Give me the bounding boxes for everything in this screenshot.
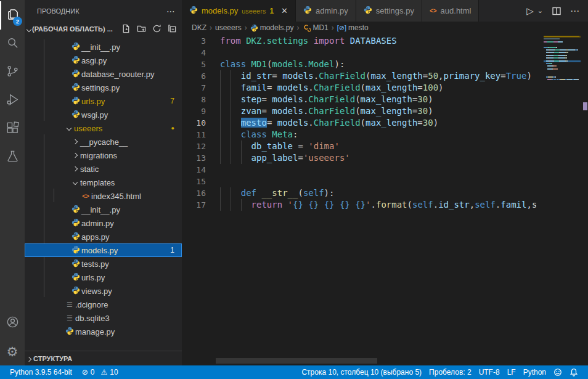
explorer-activity-button[interactable]: 2 xyxy=(0,1,25,30)
breadcrumb-separator-icon: › xyxy=(210,23,212,32)
code-line-7: 7 famil= models.CharField(max_length=100… xyxy=(182,82,536,94)
indent-guide xyxy=(220,141,221,152)
minimap-line xyxy=(544,36,581,38)
tab-label: settings.py xyxy=(376,6,414,15)
line-number: 6 xyxy=(182,70,206,82)
new-folder-icon[interactable] xyxy=(137,24,146,35)
tab-label: admin.py xyxy=(316,6,348,15)
tree-folder--pycache-[interactable]: __pycache__ xyxy=(25,135,182,149)
python-file-icon xyxy=(71,286,80,296)
minimap-line xyxy=(544,49,581,51)
code-line-8: 8 step= models.CharField(max_length=30) xyxy=(182,94,536,105)
tree-item-settings-py[interactable]: settings.py xyxy=(25,81,182,94)
chevron-down-icon xyxy=(64,126,74,130)
settings-button[interactable]: ⚙ xyxy=(0,337,25,365)
tree-item-badge: ● xyxy=(171,125,182,131)
breadcrumb-item-md1[interactable]: MD1 xyxy=(302,23,328,32)
minimap[interactable] xyxy=(542,34,582,365)
line-content: famil= models.CharField(max_length=100) xyxy=(220,82,444,94)
minimap-line xyxy=(544,65,581,67)
tab-label: aud.html xyxy=(441,6,472,15)
outline-section-header[interactable]: СТРУКТУРА xyxy=(25,351,182,365)
extensions-activity-button[interactable] xyxy=(0,115,25,143)
encoding-status-item[interactable]: UTF-8 xyxy=(475,368,504,377)
tree-item-database-roouter-py[interactable]: database_roouter.py xyxy=(25,67,182,81)
run-button[interactable]: ▷ xyxy=(526,6,534,17)
tree-item-asgi-py[interactable]: asgi.py xyxy=(25,54,182,67)
tree-item-label: templates xyxy=(80,178,115,187)
breadcrumb-item-mesto[interactable]: [⊘]mesto xyxy=(337,23,369,32)
chevron-down-icon xyxy=(70,181,80,184)
notifications-bell-status-item[interactable] xyxy=(566,368,582,377)
workspace-section-header[interactable]: (РАБОЧАЯ ОБЛАСТЬ) ... xyxy=(25,22,182,36)
tree-folder-templates[interactable]: templates xyxy=(25,176,182,189)
python-file-icon xyxy=(303,6,312,16)
indentation-status-item[interactable]: Пробелов: 2 xyxy=(425,368,475,377)
new-file-icon[interactable] xyxy=(121,24,131,35)
error-count: 0 xyxy=(91,368,95,377)
tab-admin-py[interactable]: admin.py xyxy=(296,0,356,22)
account-button[interactable] xyxy=(0,309,25,337)
source-control-activity-button[interactable] xyxy=(0,58,25,86)
indent-guide xyxy=(220,105,221,117)
language-mode-status-item[interactable]: Python xyxy=(520,368,550,377)
code-line-6: 6 id_str= models.CharField(max_length=50… xyxy=(182,70,536,82)
close-icon[interactable]: ✕ xyxy=(281,6,288,15)
indent-guide xyxy=(231,70,231,82)
run-debug-activity-button[interactable] xyxy=(0,86,25,115)
problems-status-item[interactable]: ⊘0⚠10 xyxy=(78,365,122,379)
refresh-icon[interactable] xyxy=(152,24,161,35)
tree-item-admin-py[interactable]: admin.py xyxy=(25,216,182,230)
tree-item-views-py[interactable]: views.py xyxy=(25,284,182,298)
generic-file-icon: ☰ xyxy=(67,314,73,322)
split-editor-button[interactable] xyxy=(552,6,561,16)
code-line-14: 14 xyxy=(182,164,536,176)
feedback-status-item[interactable] xyxy=(550,368,566,377)
tree-item-indexelement[interactable]: indexelement xyxy=(25,36,182,40)
more-actions-button[interactable]: ⋯ xyxy=(570,6,579,17)
vscode-window: 2⚙ ПРОВОДНИК ⋯ (РАБОЧАЯ ОБЛАСТЬ) ... ind… xyxy=(0,0,588,379)
tree-item-urls-py[interactable]: urls.py7 xyxy=(25,94,182,108)
tab-aud-html[interactable]: <>aud.html xyxy=(422,0,480,22)
tab-settings-py[interactable]: settings.py xyxy=(356,0,422,22)
tree-item--dcignore[interactable]: ☰.dcignore xyxy=(25,298,182,311)
breadcrumb-item-dkz[interactable]: DKZ xyxy=(192,23,206,32)
breadcrumb-item-useeers[interactable]: useeers xyxy=(215,23,242,32)
horizontal-scrollbar-thumb[interactable] xyxy=(216,358,377,364)
cursor-position-status-item[interactable]: Строка 10, столбец 10 (выбрано 5) xyxy=(298,368,425,377)
tree-item-db-sqlite3[interactable]: ☰db.sqlite3 xyxy=(25,311,182,325)
python-interpreter-status-item[interactable]: Python 3.9.5 64-bit xyxy=(6,365,76,379)
tree-item-manage-py[interactable]: manage.py xyxy=(25,325,182,338)
tree-folder-migrations[interactable]: migrations xyxy=(25,149,182,162)
editor-pane[interactable]: 3from DKZ.settings import DATABASES45cla… xyxy=(182,34,588,365)
tree-item-label: apps.py xyxy=(81,232,110,242)
indent-guide xyxy=(220,129,221,141)
tab-models-py[interactable]: models.pyuseeers1✕ xyxy=(182,0,296,22)
breadcrumb-label: mesto xyxy=(348,23,369,32)
code-line-13: 13 app_label='useeers' xyxy=(182,152,536,164)
search-activity-button[interactable] xyxy=(0,30,25,58)
collapse-all-icon[interactable] xyxy=(168,24,177,35)
tree-item-label: __init__.py xyxy=(81,205,120,214)
tree-item-tests-py[interactable]: tests.py xyxy=(25,257,182,271)
breadcrumb-item-models.py[interactable]: models.py xyxy=(250,23,294,32)
line-content: mesto= models.CharField(max_length=30) xyxy=(220,117,438,129)
line-number: 11 xyxy=(182,129,206,141)
python-file-icon xyxy=(364,6,372,16)
tree-item-apps-py[interactable]: apps.py xyxy=(25,230,182,243)
tree-item-wsgi-py[interactable]: wsgi.py xyxy=(25,108,182,121)
testing-activity-button[interactable] xyxy=(0,143,25,171)
tree-item--init-py[interactable]: __init__.py xyxy=(25,203,182,216)
tree-item-urls-py[interactable]: urls.py xyxy=(25,271,182,284)
tree-item-index345-html[interactable]: <>index345.html xyxy=(25,189,182,203)
tree-folder-static[interactable]: static xyxy=(25,162,182,176)
views-and-more-actions-button[interactable]: ⋯ xyxy=(166,6,176,16)
tree-folder-useeers[interactable]: useeers● xyxy=(25,121,182,135)
chevron-right-icon xyxy=(70,167,80,171)
eol-status-item[interactable]: LF xyxy=(504,368,520,377)
tree-item-models-py[interactable]: models.py1 xyxy=(25,243,182,257)
explorer-header: ПРОВОДНИК ⋯ xyxy=(25,0,182,22)
tree-item--init-py[interactable]: __init__.py xyxy=(25,40,182,54)
code-area[interactable]: 3from DKZ.settings import DATABASES45cla… xyxy=(182,35,536,211)
run-dropdown-button[interactable]: ⌄ xyxy=(537,7,543,15)
